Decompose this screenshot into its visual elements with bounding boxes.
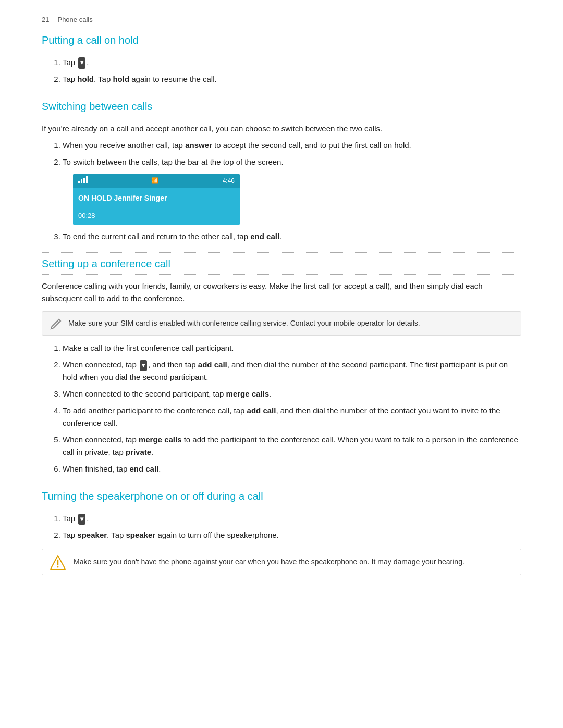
pencil-icon [50,318,62,330]
list-item: Tap . [63,512,521,525]
list-item: To end the current call and return to th… [63,230,521,243]
call-timer: 00:28 [73,208,240,226]
warning-text: Make sure you don't have the phone again… [74,558,464,566]
putting-call-steps: Tap . Tap hold. Tap hold again to resume… [52,56,521,85]
note-text: Make sure your SIM card is enabled with … [68,319,420,327]
conference-intro: Conference calling with your friends, fa… [42,280,521,305]
list-item: When connected to the second participant… [63,388,521,400]
page-label: Phone calls [57,16,92,23]
speakerphone-steps: Tap . Tap speaker. Tap speaker again to … [52,512,521,541]
clock-time: 4:46 [223,176,235,186]
on-hold-label: ON HOLD [78,194,112,202]
list-item: When you receive another call, tap answe… [63,139,521,152]
section-title-putting-call-on-hold: Putting a call on hold [42,34,521,51]
switching-intro: If you're already on a call and accept a… [42,122,521,135]
conference-steps: Make a call to the first conference call… [52,342,521,475]
signal-icon [78,176,88,186]
tap-icon-conf [140,360,147,371]
contact-name: Jennifer Singer [114,194,167,202]
list-item: When connected, tap , and then tap add c… [63,359,521,384]
tap-icon-speaker [78,514,85,525]
section-putting-call-on-hold: Putting a call on hold Tap . Tap hold. T… [42,29,521,85]
warning-icon [50,554,66,571]
section-speakerphone: Turning the speakerphone on or off durin… [42,485,521,575]
section-conference-call: Setting up a conference call Conference … [42,252,521,475]
on-hold-bar: ON HOLD Jennifer Singer [73,188,240,208]
network-icon: 📶 [151,176,158,186]
switching-steps: When you receive another call, tap answe… [52,139,521,243]
speakerphone-warning-box: Make sure you don't have the phone again… [42,549,521,575]
section-title-switching: Switching between calls [42,101,521,117]
svg-point-2 [57,566,59,567]
phone-screen-mockup: 📶 4:46 ON HOLD Jennifer Singer 00:28 [73,174,240,225]
timer-value: 00:28 [78,212,95,219]
tap-icon-1 [78,57,85,68]
list-item: When connected, tap merge calls to add t… [63,434,521,459]
section-title-conference: Setting up a conference call [42,258,521,275]
phone-screen-status-bar: 📶 4:46 [73,174,240,188]
conference-note-box: Make sure your SIM card is enabled with … [42,311,521,336]
page-number: 21 [42,16,49,23]
list-item: Tap . [63,56,521,69]
list-item: To add another participant to the confer… [63,404,521,429]
page-header: 21 Phone calls [42,16,521,23]
list-item: Make a call to the first conference call… [63,342,521,354]
section-switching-between-calls: Switching between calls If you're alread… [42,95,521,243]
list-item: Tap speaker. Tap speaker again to turn o… [63,529,521,541]
list-item: Tap hold. Tap hold again to resume the c… [63,73,521,85]
list-item: When finished, tap end call. [63,463,521,475]
list-item: To switch between the calls, tap the bar… [63,156,521,225]
section-title-speakerphone: Turning the speakerphone on or off durin… [42,490,521,507]
